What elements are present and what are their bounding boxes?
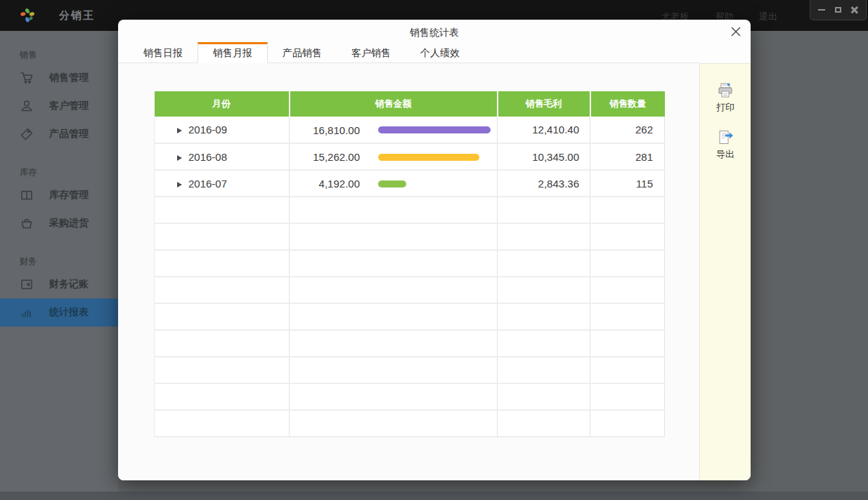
expand-arrow-icon[interactable] [177,182,182,188]
dialog-action-panel: 打印 导出 [699,63,751,480]
print-label: 打印 [716,101,734,114]
quantity-value: 115 [590,170,665,197]
export-icon [716,129,734,146]
empty-cell [498,357,590,383]
table-header-row: 月份 销售金额 销售毛利 销售数量 [155,91,665,117]
export-button[interactable]: 导出 [716,129,734,161]
month-value: 2016-07 [188,178,227,190]
sidebar-section-inventory: 库存 [20,166,118,178]
empty-cell [590,357,665,383]
sales-statistics-dialog: 销售统计表 销售日报 销售月报 产品销售 客户销售 个人绩效 月份 销售金额 销… [118,20,751,480]
empty-cell [498,383,590,410]
empty-cell [290,330,498,357]
tab-product-sales[interactable]: 产品销售 [268,42,337,63]
table-row[interactable]: 2016-09 16,810.00 12,410.40 262 [155,117,665,143]
empty-table-row [155,303,665,330]
report-content: 月份 销售金额 销售毛利 销售数量 2016-09 16,810.00 12,4… [118,63,699,480]
empty-table-row [155,197,665,223]
sidebar-item-statistics-reports[interactable]: 统计报表 [0,298,118,327]
profit-value: 12,410.40 [498,117,590,143]
maximize-icon[interactable] [834,5,843,15]
tab-daily-sales[interactable]: 销售日报 [129,42,197,63]
empty-cell [155,250,290,277]
month-value: 2016-09 [188,124,227,136]
empty-cell [498,330,590,357]
empty-cell [590,410,665,437]
sidebar-item-label: 产品管理 [49,128,89,140]
amount-value: 16,810.00 [290,124,360,136]
empty-cell [498,250,590,277]
amount-value: 4,192.00 [290,178,360,190]
empty-cell [498,277,590,303]
cart-icon [20,71,34,85]
sidebar-item-inventory-management[interactable]: 库存管理 [0,181,118,209]
empty-cell [498,303,590,330]
expand-arrow-icon[interactable] [177,128,182,133]
empty-cell [290,410,498,437]
sidebar-item-bookkeeping[interactable]: 财务记账 [0,270,118,298]
empty-table-row [155,223,665,250]
empty-table-row [155,410,665,437]
empty-cell [155,330,290,357]
sidebar-item-purchasing[interactable]: 采购进货 [0,209,118,237]
sidebar-section-sales: 销售 [20,49,118,61]
ledger-icon [20,277,34,291]
dialog-header: 销售统计表 [118,20,751,42]
sidebar-item-label: 财务记账 [49,278,89,291]
empty-cell [590,277,665,303]
export-label: 导出 [716,148,734,161]
print-button[interactable]: 打印 [716,82,734,114]
quantity-value: 281 [590,143,665,170]
empty-cell [590,303,665,330]
monthly-sales-table: 月份 销售金额 销售毛利 销售数量 2016-09 16,810.00 12,4… [154,91,665,438]
column-header-sales-amount: 销售金额 [290,91,498,117]
column-header-gross-profit: 销售毛利 [498,91,590,117]
user-icon [20,99,34,113]
tab-customer-sales[interactable]: 客户销售 [337,42,406,63]
app-logo-pinwheel-icon [19,7,36,24]
empty-cell [498,197,590,223]
table-row[interactable]: 2016-08 15,262.00 10,345.00 281 [155,143,665,170]
empty-table-row [155,250,665,277]
bar-chart-icon [20,305,34,320]
tab-personal-performance[interactable]: 个人绩效 [406,42,474,63]
empty-cell [590,223,665,250]
empty-cell [155,303,290,330]
sidebar-item-label: 统计报表 [49,306,89,319]
empty-cell [498,410,590,437]
sidebar-item-customer-management[interactable]: 客户管理 [0,92,118,120]
empty-cell [155,223,290,250]
window-close-icon[interactable] [850,5,860,15]
sidebar-item-sales-management[interactable]: 销售管理 [0,64,118,92]
empty-cell [155,383,290,410]
empty-cell [590,250,665,277]
printer-icon [716,82,734,99]
sidebar: 销售 销售管理 客户管理 产品管理 库存 [0,31,118,492]
window-controls [810,0,867,20]
minimize-icon[interactable] [817,5,827,15]
empty-cell [290,250,498,277]
app-title: 分销王 [59,9,95,22]
bottom-status-strip [0,492,868,500]
empty-table-row [155,357,665,383]
sidebar-item-label: 库存管理 [49,189,89,202]
empty-cell [590,383,665,410]
dialog-title: 销售统计表 [118,20,751,45]
sidebar-item-product-management[interactable]: 产品管理 [0,120,118,148]
empty-cell [290,357,498,383]
sales-amount-bar [378,154,479,161]
empty-cell [155,357,290,383]
topmenu-exit[interactable]: 退出 [759,11,777,23]
tab-monthly-sales[interactable]: 销售月报 [197,42,268,63]
empty-table-row [155,277,665,303]
empty-cell [290,223,498,250]
table-row[interactable]: 2016-07 4,192.00 2,843.36 115 [155,170,665,197]
sales-amount-bar [378,180,406,188]
empty-cell [155,277,290,303]
dialog-close-icon[interactable] [730,25,742,38]
profit-value: 10,345.00 [498,143,590,170]
expand-arrow-icon[interactable] [177,155,182,161]
sales-amount-bar [378,126,491,133]
empty-table-row [155,330,665,357]
sidebar-section-finance: 财务 [20,256,118,268]
